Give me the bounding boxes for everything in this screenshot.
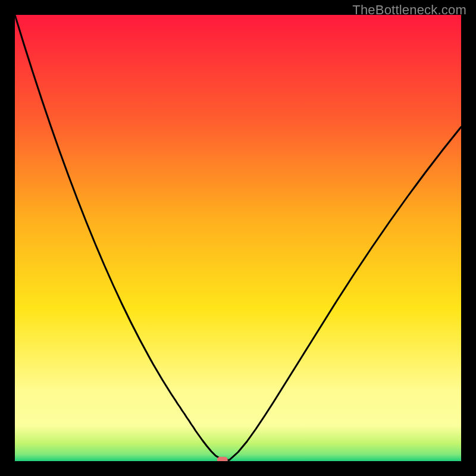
gradient-background [15,15,461,461]
bottleneck-chart [15,15,461,461]
optimum-marker [217,457,228,461]
watermark-text: TheBottleneck.com [352,2,466,18]
chart-frame: TheBottleneck.com [0,0,476,476]
plot-area [15,15,461,461]
